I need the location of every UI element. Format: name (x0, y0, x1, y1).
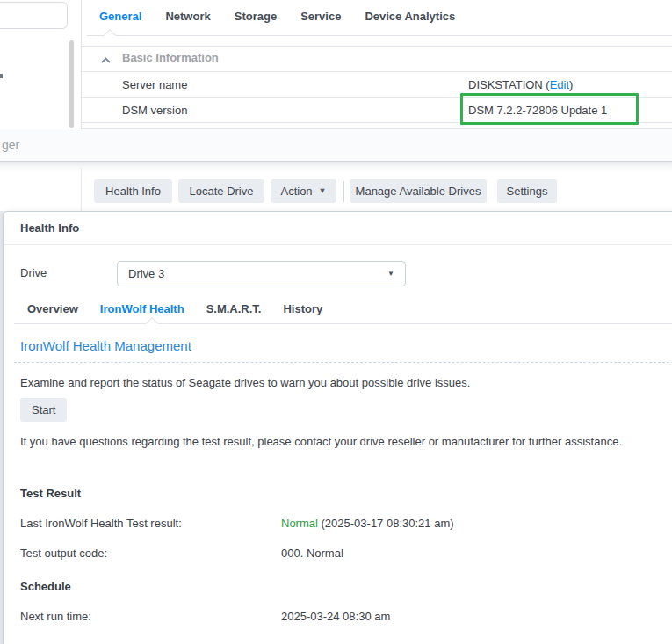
dropdown-caret-icon: ▼ (387, 270, 394, 278)
sidebar-fragment (0, 74, 3, 78)
last-test-value: Normal (2025-03-17 08:30:21 am) (281, 517, 454, 530)
start-button-label: Start (32, 403, 55, 416)
tab-history[interactable]: History (283, 302, 322, 315)
control-panel-tabs: General Network Storage Service Device A… (99, 10, 455, 23)
locate-drive-button-label: Locate Drive (190, 185, 254, 198)
server-name-value: DISKSTATION (Edit) (468, 78, 573, 91)
action-button[interactable]: Action▼ (271, 179, 336, 203)
status-normal: Normal (281, 517, 318, 530)
storage-manager-window: Health Info Locate Drive Action▼ Manage … (0, 161, 672, 211)
dialog-title: Health Info (20, 221, 79, 235)
divider (82, 122, 672, 123)
active-tab-notch (146, 317, 158, 329)
dashed-divider (14, 362, 672, 363)
server-name-text-suffix: ) (569, 78, 573, 91)
tab-device-analytics[interactable]: Device Analytics (365, 10, 455, 23)
divider (4, 244, 672, 245)
collapse-icon[interactable] (101, 54, 111, 67)
note-text: If you have questions regarding the test… (20, 432, 647, 452)
tab-smart[interactable]: S.M.A.R.T. (206, 302, 262, 315)
tab-network[interactable]: Network (165, 10, 210, 23)
tab-underline (14, 323, 672, 324)
health-info-button[interactable]: Health Info (94, 179, 172, 203)
drive-label: Drive (20, 266, 47, 279)
tab-overview[interactable]: Overview (27, 302, 78, 315)
tab-storage[interactable]: Storage (235, 10, 277, 23)
next-run-label: Next run time: (20, 610, 91, 623)
action-button-label: Action (280, 185, 312, 198)
settings-button-label: Settings (507, 185, 548, 198)
manage-available-drives-button[interactable]: Manage Available Drives (350, 179, 487, 203)
caret-down-icon: ▼ (319, 187, 327, 195)
drive-dropdown[interactable]: Drive 3 ▼ (117, 261, 406, 286)
health-info-button-label: Health Info (105, 185, 161, 198)
search-box-partial[interactable] (0, 2, 68, 29)
start-button[interactable]: Start (20, 398, 67, 422)
divider (82, 97, 672, 98)
last-test-timestamp: (2025-03-17 08:30:21 am) (318, 517, 454, 530)
tab-general[interactable]: General (99, 10, 141, 23)
dialog-tabs: Overview IronWolf Health S.M.A.R.T. Hist… (27, 302, 322, 315)
dsm-version-label: DSM version (122, 104, 187, 117)
divider (82, 71, 672, 72)
locate-drive-button[interactable]: Locate Drive (178, 179, 264, 203)
tab-service[interactable]: Service (300, 10, 341, 23)
output-code-value: 000. Normal (281, 546, 343, 560)
health-info-dialog: Health Info Drive Drive 3 ▼ Overview Iro… (3, 211, 672, 644)
toolbar-separator (343, 181, 344, 202)
description-text: Examine and report the status of Seagate… (20, 373, 653, 393)
schedule-heading: Schedule (20, 580, 71, 593)
drive-dropdown-value: Drive 3 (128, 267, 164, 280)
divider (82, 46, 672, 47)
section-title[interactable]: Basic Information (122, 51, 219, 64)
tab-underline (87, 35, 672, 36)
server-name-label: Server name (122, 78, 187, 91)
screen: General Network Storage Service Device A… (0, 0, 672, 644)
scrollbar-thumb[interactable] (69, 40, 74, 128)
panel-divider (81, 0, 82, 129)
manage-available-drives-button-label: Manage Available Drives (356, 185, 481, 198)
test-result-heading: Test Result (20, 487, 81, 500)
dsm-version-value: DSM 7.2.2-72806 Update 1 (468, 104, 607, 117)
output-code-label: Test output code: (20, 546, 107, 560)
panel-divider (81, 168, 82, 212)
last-test-label: Last IronWolf Health Test result: (20, 517, 182, 530)
desktop-gap: ger (0, 129, 672, 161)
tab-ironwolf-health[interactable]: IronWolf Health (100, 302, 184, 315)
server-name-text: DISKSTATION ( (468, 78, 550, 91)
ironwolf-heading: IronWolf Health Management (20, 338, 191, 353)
next-run-value: 2025-03-24 08:30 am (281, 610, 390, 623)
edit-link[interactable]: Edit (550, 78, 569, 91)
settings-button[interactable]: Settings (497, 179, 557, 203)
window-title-fragment: ger (2, 138, 19, 152)
active-tab-notch (104, 29, 116, 41)
